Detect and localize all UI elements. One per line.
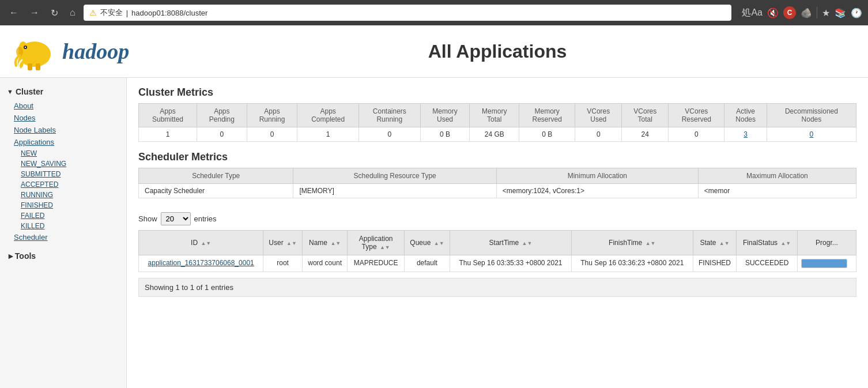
decommissioned-nodes-link[interactable]: 0 (810, 130, 814, 138)
apps-col-start-time[interactable]: StartTime ▲▼ (450, 231, 572, 255)
col-apps-submitted: AppsSubmitted (139, 104, 197, 127)
queue-sort-icon: ▲▼ (434, 240, 444, 246)
toolbar-separator (817, 7, 817, 18)
finalstatus-sort-icon: ▲▼ (780, 240, 791, 246)
val-memory-used: 0 B (420, 127, 470, 142)
hadoop-elephant-logo (12, 31, 58, 71)
progress-bar-container (801, 259, 847, 268)
browser-actions: 処​Aa 🔇 C 🪨 ★ 📚 🕐 (742, 6, 862, 19)
cluster-label: Cluster (16, 87, 43, 96)
content-area: Cluster Metrics AppsSubmitted AppsPendin… (127, 78, 868, 388)
sidebar-item-running[interactable]: RUNNING (0, 190, 126, 200)
favorites-button[interactable]: ★ (822, 7, 830, 18)
sidebar-item-about[interactable]: About (0, 100, 126, 112)
val-vcores-total: 24 (622, 127, 669, 142)
apps-col-final-status[interactable]: FinalStatus ▲▼ (737, 231, 798, 255)
progress-bar-fill (802, 259, 847, 268)
scheduler-row: Capacity Scheduler [MEMORY] <memory:1024… (139, 184, 856, 198)
starttime-sort-icon: ▲▼ (522, 240, 532, 246)
sidebar-cluster-header[interactable]: ▼ Cluster (0, 84, 126, 100)
page-header: hadoop All Applications (0, 25, 868, 78)
collections-button[interactable]: 📚 (835, 7, 846, 18)
address-bar[interactable]: ⚠ 不安全 | hadoop01:8088/cluster (84, 5, 732, 21)
col-memory-total: MemoryTotal (470, 104, 519, 127)
col-vcores-used: VCoresUsed (575, 104, 622, 127)
cluster-metrics-title: Cluster Metrics (138, 86, 856, 99)
sched-col-min-alloc: Minimum Allocation (496, 168, 698, 184)
show-label: Show (138, 214, 157, 223)
name-sort-icon: ▲▼ (330, 240, 341, 246)
user-sort-icon: ▲▼ (286, 240, 297, 246)
apps-col-queue[interactable]: Queue ▲▼ (404, 231, 450, 255)
security-warning-icon: ⚠ (89, 8, 97, 17)
finishtime-sort-icon: ▲▼ (646, 240, 656, 246)
app-type-cell: MAPREDUCE (348, 255, 404, 272)
sidebar-tools-header[interactable]: ► Tools (0, 248, 126, 264)
col-memory-reserved: MemoryReserved (519, 104, 575, 127)
apps-col-id[interactable]: ID ▲▼ (139, 231, 263, 255)
active-nodes-link[interactable]: 3 (744, 130, 748, 138)
logo-area: hadoop (12, 31, 138, 71)
tools-arrow-icon: ► (7, 251, 15, 261)
col-vcores-reserved: VCoresReserved (669, 104, 724, 127)
col-vcores-total: VCoresTotal (622, 104, 669, 127)
col-memory-used: MemoryUsed (420, 104, 470, 127)
entries-select[interactable]: 10 20 50 100 (161, 212, 191, 225)
sidebar-item-nodes[interactable]: Nodes (0, 112, 126, 124)
app-id-cell[interactable]: application_1631733706068_0001 (139, 255, 263, 272)
sched-col-max-alloc: Maximum Allocation (698, 168, 856, 184)
profile-badge[interactable]: C (783, 6, 796, 19)
app-user-cell: root (263, 255, 302, 272)
val-memory-reserved: 0 B (519, 127, 575, 142)
val-memory-total: 24 GB (470, 127, 519, 142)
app-name-cell: word count (302, 255, 348, 272)
val-vcores-reserved: 0 (669, 127, 724, 142)
app-start-time-cell: Thu Sep 16 03:35:33 +0800 2021 (450, 255, 572, 272)
sidebar-item-accepted[interactable]: ACCEPTED (0, 179, 126, 190)
app-id-link[interactable]: application_1631733706068_0001 (148, 259, 254, 267)
forward-button[interactable]: → (27, 5, 43, 20)
val-decommissioned-nodes[interactable]: 0 (767, 127, 856, 142)
sidebar-item-submitted[interactable]: SUBMITTED (0, 169, 126, 179)
home-button[interactable]: ⌂ (66, 5, 79, 20)
apps-col-state[interactable]: State ▲▼ (693, 231, 737, 255)
app-final-status-cell: SUCCEEDED (737, 255, 798, 272)
type-sort-icon: ▲▼ (380, 244, 390, 250)
sidebar-item-finished[interactable]: FINISHED (0, 200, 126, 210)
val-active-nodes[interactable]: 3 (724, 127, 767, 142)
col-active-nodes: ActiveNodes (724, 104, 767, 127)
hadoop-text-logo: hadoop (62, 39, 129, 64)
apps-col-user[interactable]: User ▲▼ (263, 231, 302, 255)
sidebar-item-new[interactable]: NEW (0, 148, 126, 159)
read-aloud-button[interactable]: 🔇 (767, 7, 779, 18)
sidebar-item-applications[interactable]: Applications (0, 136, 126, 148)
sidebar-item-killed[interactable]: KILLED (0, 221, 126, 231)
reload-button[interactable]: ↻ (47, 5, 62, 21)
sidebar-item-scheduler[interactable]: Scheduler (0, 231, 126, 243)
val-vcores-used: 0 (575, 127, 622, 142)
svg-rect-5 (28, 63, 32, 70)
col-apps-completed: AppsCompleted (297, 104, 359, 127)
sidebar-item-failed[interactable]: FAILED (0, 210, 126, 221)
val-apps-pending: 0 (197, 127, 247, 142)
svg-rect-6 (36, 63, 40, 70)
metrics-row: 1 0 0 1 0 0 B 24 GB 0 B 0 24 0 3 0 (139, 127, 856, 142)
translate-button[interactable]: 処​Aa (742, 7, 763, 19)
cluster-metrics-table: AppsSubmitted AppsPending AppsRunning Ap… (138, 103, 856, 142)
entries-label: entries (194, 214, 217, 223)
col-decommissioned-nodes: DecommissionedNodes (767, 104, 856, 127)
val-apps-running: 0 (247, 127, 297, 142)
sidebar-item-node-labels[interactable]: Node Labels (0, 124, 126, 136)
separator: | (126, 9, 128, 17)
apps-col-name[interactable]: Name ▲▼ (302, 231, 348, 255)
sidebar-item-new-saving[interactable]: NEW_SAVING (0, 159, 126, 169)
apps-col-type[interactable]: ApplicationType ▲▼ (348, 231, 404, 255)
apps-col-finish-time[interactable]: FinishTime ▲▼ (571, 231, 693, 255)
history-button[interactable]: 🕐 (851, 7, 862, 18)
val-containers-running: 0 (359, 127, 421, 142)
sidebar: ▼ Cluster About Nodes Node Labels Applic… (0, 78, 127, 388)
apps-col-progress[interactable]: Progr... (797, 231, 856, 255)
sched-val-type: Capacity Scheduler (139, 184, 293, 198)
back-button[interactable]: ← (6, 5, 22, 20)
extensions-button[interactable]: 🪨 (801, 7, 812, 18)
